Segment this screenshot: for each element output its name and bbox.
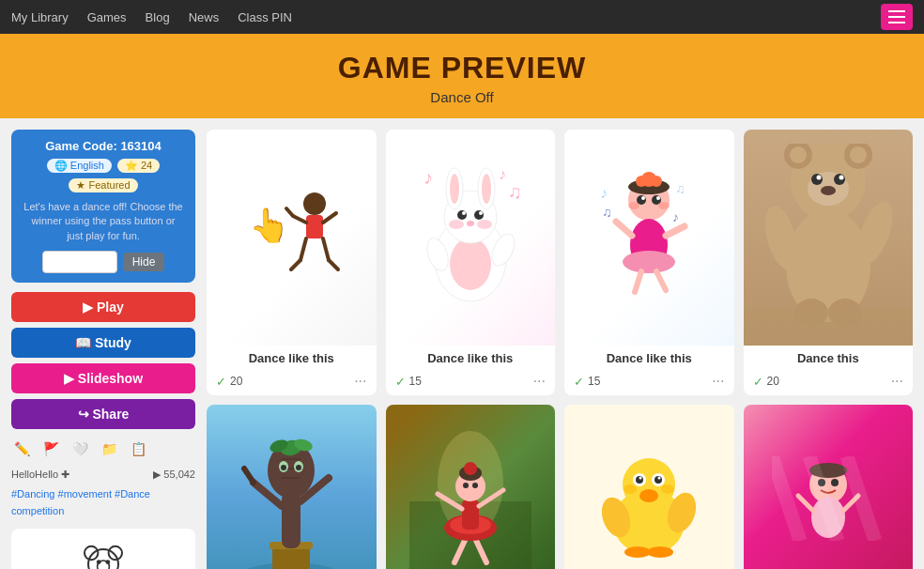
svg-point-34: [474, 210, 484, 220]
card-3[interactable]: ♪ ♫: [564, 130, 734, 395]
gc-description: Let's have a dance off! Choose the winne…: [23, 200, 184, 243]
svg-text:♪: ♪: [600, 185, 608, 201]
svg-point-129: [831, 479, 839, 486]
vote-check-icon-3: ✓: [574, 375, 584, 389]
vote-check-icon-4: ✓: [753, 375, 763, 389]
vote-check-icon-2: ✓: [395, 375, 406, 389]
menu-line-3: [888, 22, 905, 23]
svg-point-36: [479, 211, 483, 215]
menu-line-1: [888, 10, 905, 12]
svg-line-59: [635, 271, 641, 292]
user-info: HelloHello ✚ ▶ 55,042: [11, 469, 195, 481]
svg-line-21: [323, 238, 329, 260]
slideshow-button[interactable]: ▶ Slideshow: [11, 363, 195, 393]
svg-line-58: [666, 226, 685, 236]
card-2-label: Dance like this: [386, 346, 556, 369]
svg-line-20: [291, 260, 300, 269]
nav-my-library[interactable]: My Library: [11, 10, 69, 24]
nav-class-pin[interactable]: Class PIN: [238, 10, 292, 24]
card-6-image: [386, 405, 556, 569]
card-1[interactable]: 👆 Dance like this: [207, 130, 377, 395]
card-3-footer: ✓ 15 ···: [564, 369, 734, 395]
svg-point-54: [658, 202, 670, 209]
svg-point-37: [449, 220, 464, 229]
svg-point-14: [303, 192, 326, 215]
svg-point-93: [296, 465, 301, 470]
nav-games[interactable]: Games: [87, 10, 127, 24]
edit-icon-button[interactable]: ✏️: [11, 438, 33, 459]
bunny-svg: ♪ ♪ ♫: [409, 161, 531, 311]
card-6[interactable]: Dance like this ✓ 15 ···: [386, 405, 556, 569]
card-2-votes: ✓ 15: [395, 375, 422, 389]
svg-point-1: [85, 546, 98, 560]
svg-point-2: [109, 546, 122, 560]
svg-point-125: [647, 546, 673, 558]
gc-hide-row: Hide: [23, 251, 184, 273]
navbar: My Library Games Blog News Class PIN: [0, 0, 924, 34]
heart-icon-button[interactable]: 🤍: [69, 438, 91, 459]
duck-svg: [593, 438, 705, 560]
svg-point-32: [482, 174, 491, 204]
card-3-image: ♪ ♫: [564, 130, 734, 346]
user-name: HelloHello ✚: [11, 469, 69, 481]
card-1-options[interactable]: ···: [354, 373, 366, 390]
svg-line-16: [293, 216, 306, 223]
svg-line-19: [300, 238, 306, 260]
svg-line-135: [847, 456, 875, 541]
share-button[interactable]: ↪ Share: [11, 399, 195, 429]
card-4[interactable]: Dance this ✓ 20 ···: [744, 130, 914, 395]
flag-icon-button[interactable]: 🚩: [40, 438, 62, 459]
svg-rect-15: [306, 215, 323, 238]
svg-line-22: [329, 260, 338, 269]
copy-icon-button[interactable]: 📋: [128, 438, 149, 459]
menu-line-2: [888, 16, 905, 18]
card-4-votes: ✓ 20: [753, 375, 779, 389]
baby-girl-svg: ♪ ♫: [593, 170, 705, 301]
groot-svg: [230, 412, 352, 570]
svg-point-30: [450, 174, 459, 204]
nav-news[interactable]: News: [189, 10, 220, 24]
hide-input[interactable]: [42, 251, 117, 273]
svg-point-119: [658, 477, 661, 480]
svg-point-48: [651, 176, 662, 187]
svg-text:♫: ♫: [675, 181, 685, 196]
card-2-options[interactable]: ···: [533, 373, 546, 390]
game-code-title: Game Code: 163104: [23, 139, 184, 153]
hide-button[interactable]: Hide: [123, 253, 165, 271]
study-button[interactable]: 📖 Study: [11, 328, 195, 358]
card-3-options[interactable]: ···: [712, 373, 724, 390]
card-2[interactable]: ♪ ♪ ♫: [386, 130, 556, 395]
card-1-label: Dance like this: [207, 346, 377, 369]
folder-icon-button[interactable]: 📁: [99, 438, 120, 459]
svg-point-92: [281, 465, 286, 470]
menu-button[interactable]: [881, 4, 913, 30]
card-7[interactable]: Dance like this ✓ 15 ···: [564, 405, 734, 569]
svg-point-73: [821, 186, 836, 195]
svg-point-109: [463, 483, 469, 488]
svg-text:♫: ♫: [602, 205, 612, 220]
main-layout: Game Code: 163104 🌐 English ⭐ 24 ★ Featu…: [0, 118, 924, 569]
svg-text:♪: ♪: [424, 167, 433, 188]
card-8[interactable]: Dance like this ···: [744, 405, 914, 569]
badge-featured: ★ Featured: [69, 178, 137, 192]
svg-point-39: [467, 221, 474, 226]
gc-badges: 🌐 English ⭐ 24 ★ Featured: [23, 159, 184, 192]
play-button[interactable]: ▶ Play: [11, 292, 195, 322]
card-5[interactable]: Dance like this ✓ 15 ···: [207, 405, 377, 569]
cartoon-char-svg: [772, 456, 885, 541]
bear-costume-svg: [762, 144, 894, 331]
card-1-image: 👆: [207, 130, 377, 346]
svg-point-108: [464, 462, 477, 475]
svg-point-56: [623, 251, 675, 273]
svg-line-133: [772, 456, 800, 541]
svg-point-67: [850, 146, 867, 163]
dancing-kid-svg: 👆: [235, 180, 347, 293]
badge-count: ⭐ 24: [117, 159, 160, 173]
badge-english: 🌐 English: [47, 159, 112, 173]
card-4-options[interactable]: ···: [891, 373, 903, 390]
svg-text:♫: ♫: [508, 181, 522, 202]
bear-drawing-icon: [66, 538, 141, 569]
svg-line-131: [798, 496, 813, 511]
svg-point-52: [656, 196, 660, 200]
nav-blog[interactable]: Blog: [146, 10, 170, 24]
